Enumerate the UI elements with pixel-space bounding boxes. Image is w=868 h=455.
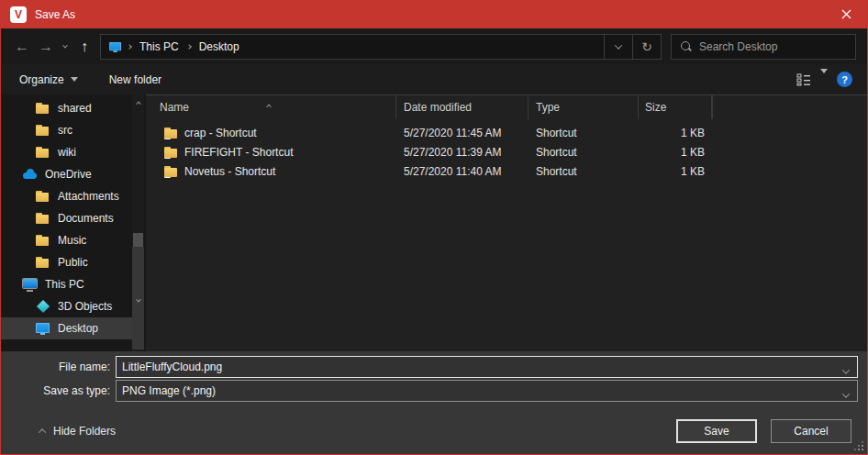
folder-icon: [36, 255, 50, 270]
back-button[interactable]: ←: [10, 35, 34, 59]
resize-grip[interactable]: [852, 439, 863, 450]
shortcut-arrow-icon: ↗: [164, 152, 171, 159]
sidebar-item-label: 3D Objects: [58, 300, 112, 313]
column-header-type[interactable]: Type: [529, 95, 639, 119]
sidebar-item[interactable]: 3D Objects: [1, 295, 132, 317]
up-button[interactable]: ↑: [72, 35, 96, 59]
file-name: Novetus - Shortcut: [184, 165, 275, 178]
sidebar-item[interactable]: shared: [1, 97, 132, 119]
sidebar-item-label: Attachments: [58, 190, 119, 203]
sidebar-item[interactable]: OneDrive: [1, 163, 132, 185]
chevron-down-icon[interactable]: [843, 364, 849, 377]
save-button[interactable]: Save: [676, 419, 757, 443]
shortcut-arrow-icon: ↗: [164, 172, 171, 178]
sidebar-item[interactable]: This PC: [1, 273, 132, 295]
file-type: Shortcut: [529, 165, 639, 178]
command-toolbar: Organize New folder ?: [1, 64, 867, 94]
cancel-button[interactable]: Cancel: [771, 419, 851, 443]
breadcrumb-separator: [123, 45, 136, 49]
change-view-button[interactable]: [796, 73, 811, 86]
file-date-modified: 5/27/2020 11:45 AM: [396, 127, 529, 139]
breadcrumb-this-pc[interactable]: This PC: [136, 40, 183, 53]
hide-folders-button[interactable]: Hide Folders: [39, 425, 116, 438]
column-header-size[interactable]: Size: [639, 95, 712, 119]
save-as-type-dropdown[interactable]: PNG Image (*.png): [116, 380, 858, 402]
chevron-up-icon: [39, 428, 46, 436]
search-icon: [681, 41, 692, 52]
folder-icon: [36, 233, 50, 248]
refresh-button[interactable]: ↻: [633, 35, 661, 59]
cube-icon: [36, 299, 50, 314]
sidebar-item-label: OneDrive: [45, 168, 92, 181]
sidebar-item[interactable]: Public: [1, 251, 132, 273]
search-box[interactable]: [671, 34, 856, 60]
sidebar-item-label: shared: [58, 102, 92, 115]
address-dropdown-button[interactable]: [605, 35, 632, 59]
main-area: shared src wiki OneDrive: [1, 94, 867, 351]
folder-shortcut-icon: ↗: [164, 145, 179, 159]
file-type: Shortcut: [529, 146, 639, 159]
file-row[interactable]: ↗ crap - Shortcut 5/27/2020 11:45 AM Sho…: [146, 123, 867, 142]
sidebar-item[interactable]: Desktop: [1, 317, 132, 339]
column-header-name[interactable]: Name: [146, 95, 396, 119]
vivaldi-app-icon: V: [10, 6, 27, 23]
file-name-input[interactable]: [117, 361, 857, 373]
breadcrumb-desktop[interactable]: Desktop: [195, 40, 243, 53]
triangle-down-icon: [820, 69, 828, 86]
details-view-icon: [796, 73, 811, 86]
folder-icon: [36, 211, 50, 226]
folder-icon: [36, 101, 50, 116]
file-row[interactable]: ↗ FIREFIGHT - Shortcut 5/27/2020 11:39 A…: [146, 142, 867, 161]
sort-ascending-icon: [267, 97, 271, 110]
recent-locations-button[interactable]: [58, 35, 72, 59]
shortcut-arrow-icon: ↗: [164, 133, 171, 139]
organize-button[interactable]: Organize: [19, 73, 78, 86]
file-name-combobox[interactable]: [116, 356, 858, 378]
divider: [712, 95, 713, 119]
save-as-type-label: Save as type:: [1, 384, 116, 397]
sidebar-item-label: src: [58, 124, 72, 137]
window-title: Save As: [35, 8, 75, 21]
onedrive-icon: [23, 167, 38, 182]
file-size: 1 KB: [639, 146, 712, 159]
save-as-dialog: V Save As ← → ↑ This PC Desktop ↻: [0, 0, 868, 455]
sidebar-item-label: Music: [58, 234, 86, 247]
close-button[interactable]: [825, 0, 867, 28]
help-button[interactable]: ?: [837, 72, 852, 87]
search-input[interactable]: [699, 40, 837, 53]
folder-icon: [36, 123, 50, 138]
folder-icon: [36, 145, 50, 160]
sidebar-item[interactable]: wiki: [1, 141, 132, 163]
this-pc-icon: [109, 40, 122, 53]
sidebar-item[interactable]: src: [1, 119, 132, 141]
forward-button[interactable]: →: [34, 35, 58, 59]
view-options-dropdown[interactable]: [820, 73, 828, 86]
scroll-down-button[interactable]: [132, 247, 144, 350]
address-bar[interactable]: This PC Desktop ↻: [100, 34, 662, 60]
scroll-up-button[interactable]: [132, 96, 144, 109]
folder-shortcut-icon: ↗: [164, 164, 179, 178]
column-header-date-modified[interactable]: Date modified: [396, 95, 529, 119]
new-folder-button[interactable]: New folder: [109, 73, 161, 86]
file-row[interactable]: ↗ Novetus - Shortcut 5/27/2020 11:40 AM …: [146, 161, 867, 181]
chevron-down-icon[interactable]: [843, 388, 849, 401]
sidebar-scrollbar[interactable]: [132, 94, 144, 351]
sidebar-item-label: wiki: [58, 146, 76, 159]
chevron-up-icon: [136, 102, 141, 107]
triangle-down-icon: [71, 77, 78, 82]
chevron-down-icon: [615, 41, 622, 49]
file-name-label: File name:: [1, 361, 116, 373]
file-list: Name Date modified Type Size ↗ crap - Sh…: [146, 94, 867, 351]
chevron-down-icon: [62, 42, 68, 48]
desktop-icon: [36, 321, 50, 336]
sidebar-item[interactable]: Attachments: [1, 185, 132, 207]
chevron-right-icon: [186, 44, 192, 50]
monitor-icon: [23, 277, 38, 292]
sidebar-item[interactable]: Documents: [1, 207, 132, 229]
sidebar-item-label: This PC: [45, 278, 84, 291]
sidebar-item[interactable]: Music: [1, 229, 132, 251]
breadcrumb-separator: [183, 45, 195, 49]
titlebar[interactable]: V Save As: [1, 0, 867, 28]
file-name: crap - Shortcut: [184, 127, 257, 139]
column-headers: Name Date modified Type Size: [146, 94, 867, 119]
